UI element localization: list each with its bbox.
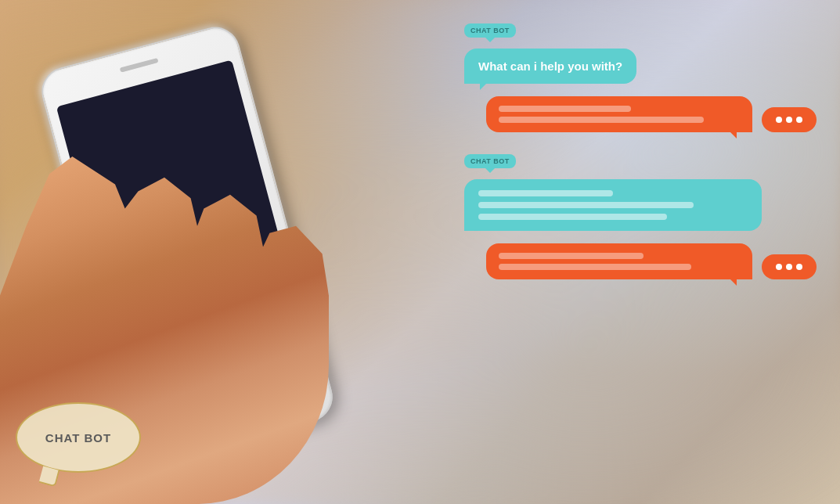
chat-area: CHAT BOT What can i help you with? (417, 16, 824, 454)
dot-3 (796, 117, 802, 123)
orange-line-3 (499, 253, 644, 259)
chat-row-user-2 (417, 243, 817, 279)
dot-4 (776, 264, 782, 270)
user-bubble-2 (486, 243, 752, 279)
bottom-chatbot-bubble: CHAT BOT (16, 402, 141, 473)
typing-bubble-2 (762, 254, 817, 279)
bot-bubble-2 (464, 179, 762, 231)
chatbot-label-2: CHAT BOT (464, 154, 516, 168)
chat-row-greeting: CHAT BOT What can i help you with? (464, 23, 824, 84)
orange-line-1 (499, 106, 631, 112)
dot-2 (786, 117, 792, 123)
dot-1 (776, 117, 782, 123)
teal-line-1 (478, 190, 613, 196)
bottom-bubble-text: CHAT BOT (45, 431, 111, 445)
chatbot-label-1: CHAT BOT (464, 23, 516, 38)
dot-5 (786, 264, 792, 270)
user-bubble-1 (486, 96, 752, 132)
orange-line-4 (499, 264, 691, 270)
scene: CHAT BOT What can i help you with? (0, 0, 840, 504)
greeting-bubble: What can i help you with? (464, 49, 636, 84)
typing-bubble-1 (762, 107, 817, 132)
chat-row-bot-2: CHAT BOT (464, 154, 824, 231)
phone-speaker (120, 58, 159, 73)
chat-row-user-1 (417, 96, 817, 132)
dot-6 (796, 264, 802, 270)
bottom-speech-bubble: CHAT BOT (16, 402, 141, 473)
orange-line-2 (499, 117, 704, 123)
teal-line-2 (478, 202, 694, 208)
teal-line-3 (478, 214, 667, 220)
